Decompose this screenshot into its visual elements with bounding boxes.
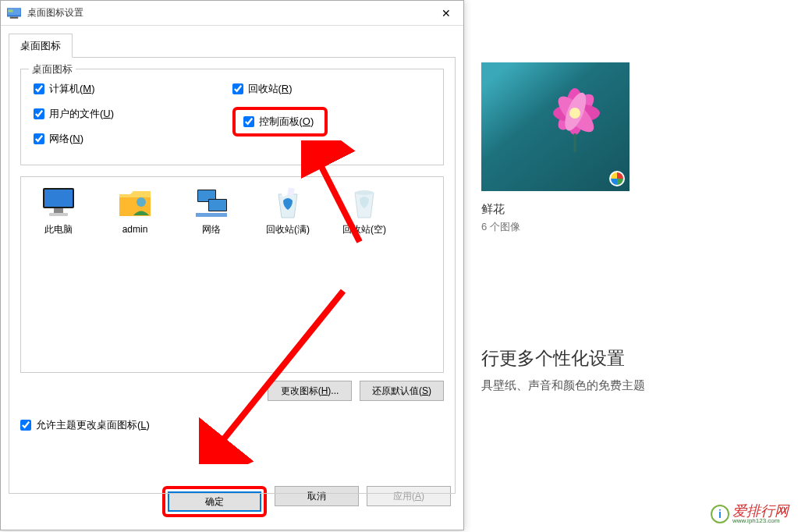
svg-rect-12	[209, 200, 226, 211]
svg-rect-5	[44, 190, 73, 207]
arrow-to-controlpanel	[301, 140, 371, 250]
theme-thumbnail[interactable]	[481, 62, 630, 191]
window-title: 桌面图标设置	[27, 6, 428, 20]
svg-rect-6	[54, 208, 63, 213]
svg-point-8	[137, 197, 146, 207]
checkbox-computer-input[interactable]	[34, 83, 44, 94]
watermark-logo: i	[711, 505, 729, 523]
window-icon	[7, 8, 21, 19]
svg-rect-15	[287, 187, 295, 196]
desktop-icons-group: 桌面图标 计算机(M) 用户的文件(U) 网络(N)	[20, 69, 444, 165]
flower-image	[536, 74, 614, 152]
ok-button[interactable]: 确定	[168, 491, 261, 512]
title-bar: 桌面图标设置 ✕	[1, 1, 463, 26]
checkbox-network-input[interactable]	[34, 133, 44, 144]
icon-item-thispc[interactable]: 此电脑	[30, 186, 87, 363]
theme-panel: 鲜花 6 个图像 行更多个性化设置 具壁纸、声音和颜色的免费主题	[481, 62, 786, 393]
checkbox-controlpanel[interactable]: 控制面板(O)	[243, 115, 314, 129]
computer-icon	[40, 186, 77, 219]
checkbox-computer[interactable]: 计算机(M)	[34, 82, 232, 96]
personalization-heading: 行更多个性化设置	[481, 346, 786, 371]
restore-default-button[interactable]: 还原默认值(S)	[360, 381, 444, 401]
checkbox-recyclebin-input[interactable]	[232, 83, 243, 94]
svg-rect-3	[10, 16, 19, 18]
checkbox-userfiles-input[interactable]	[34, 108, 44, 119]
watermark: i 爱排行网 www.iph123.com	[711, 504, 789, 524]
user-folder-icon	[116, 186, 154, 219]
arrow-to-ok	[199, 285, 355, 464]
checkbox-controlpanel-input[interactable]	[243, 116, 254, 127]
theme-title: 鲜花	[481, 202, 786, 217]
group-title: 桌面图标	[29, 62, 76, 76]
svg-line-18	[213, 291, 343, 452]
svg-point-24	[569, 108, 580, 119]
svg-line-17	[314, 151, 360, 242]
allow-theme-checkbox-input[interactable]	[20, 420, 31, 431]
pinwheel-icon	[609, 171, 625, 186]
tab-desktop-icons[interactable]: 桌面图标	[9, 34, 73, 58]
svg-rect-13	[196, 213, 227, 217]
highlight-controlpanel: 控制面板(O)	[232, 107, 328, 137]
checkbox-recyclebin[interactable]: 回收站(R)	[232, 82, 431, 96]
theme-subtitle: 6 个图像	[481, 220, 786, 234]
checkbox-network[interactable]: 网络(N)	[34, 132, 232, 146]
svg-rect-7	[49, 213, 68, 216]
watermark-name: 爱排行网	[732, 504, 789, 518]
checkbox-userfiles[interactable]: 用户的文件(U)	[34, 107, 232, 121]
personalization-sub: 具壁纸、声音和颜色的免费主题	[481, 378, 786, 393]
network-icon	[193, 186, 230, 219]
icon-item-admin[interactable]: admin	[107, 186, 163, 363]
svg-rect-2	[9, 9, 13, 12]
watermark-url: www.iph123.com	[732, 518, 789, 524]
close-button[interactable]: ✕	[428, 1, 463, 26]
